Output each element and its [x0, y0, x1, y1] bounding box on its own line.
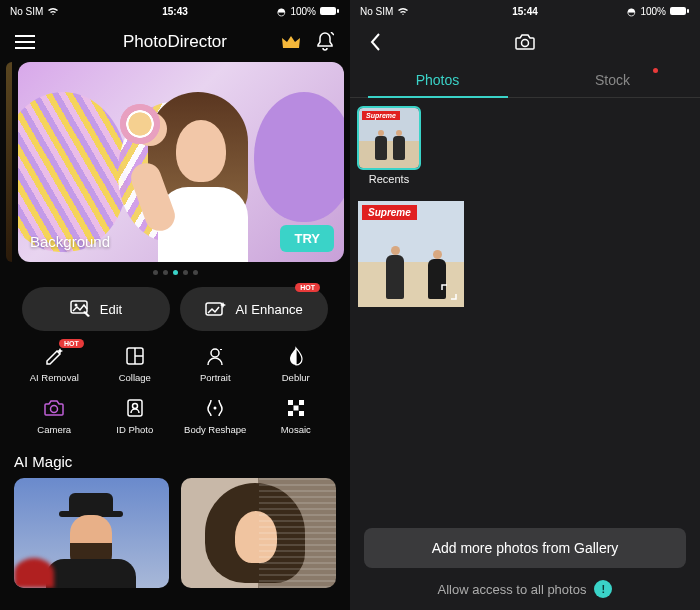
collage-icon — [124, 345, 146, 367]
pagination-dot[interactable] — [153, 270, 158, 275]
pagination-dot[interactable] — [163, 270, 168, 275]
tool-label: Portrait — [200, 372, 231, 383]
tool-label: ID Photo — [116, 424, 153, 435]
notifications-icon[interactable] — [314, 31, 336, 53]
tool-label: Deblur — [282, 372, 310, 383]
decorative-egg-icon — [254, 92, 344, 222]
hot-badge: HOT — [59, 339, 84, 348]
model-photo — [138, 92, 258, 257]
tool-label: Camera — [37, 424, 71, 435]
hero-card-background[interactable]: Background TRY — [18, 62, 344, 262]
allow-access-link[interactable]: Allow access to all photos ! — [350, 580, 700, 598]
edit-image-icon — [70, 300, 92, 318]
tool-label: Collage — [119, 372, 151, 383]
camera-icon — [43, 397, 65, 419]
decorative-egg-icon — [18, 92, 128, 252]
ai-magic-card[interactable] — [14, 478, 169, 588]
idphoto-icon — [124, 397, 146, 419]
tool-deblur[interactable]: Deblur — [256, 345, 337, 383]
edit-button[interactable]: Edit — [22, 287, 170, 331]
tab-photos[interactable]: Photos — [350, 62, 525, 97]
clock-text: 15:43 — [0, 6, 350, 17]
album-item[interactable]: SupremeRecents — [358, 108, 420, 185]
picker-tabs: Photos Stock — [350, 62, 700, 98]
section-title-ai-magic: AI Magic — [0, 441, 350, 478]
clock-text: 15:44 — [350, 6, 700, 17]
photo-picker-screen: No SIM 15:44 ◓ 100% Photos — [350, 0, 700, 610]
picker-header — [350, 22, 700, 62]
new-dot-icon — [653, 68, 658, 73]
svg-point-10 — [51, 406, 58, 413]
pagination-dot[interactable] — [193, 270, 198, 275]
svg-point-9 — [211, 349, 219, 357]
menu-icon[interactable] — [14, 31, 36, 53]
allow-label: Allow access to all photos — [438, 582, 587, 597]
app-home-screen: No SIM 15:43 ◓ 100% PhotoDirector — [0, 0, 350, 610]
sparkle-image-icon — [205, 300, 227, 318]
ai-enhance-button[interactable]: AI Enhance HOT — [180, 287, 328, 331]
svg-point-12 — [132, 404, 137, 409]
app-header: PhotoDirector — [0, 22, 350, 62]
deblur-icon — [285, 345, 307, 367]
edit-label: Edit — [100, 302, 122, 317]
svg-point-21 — [522, 40, 529, 47]
tab-stock[interactable]: Stock — [525, 62, 700, 97]
brand-badge: Supreme — [362, 111, 400, 120]
svg-point-13 — [214, 407, 217, 410]
add-from-gallery-button[interactable]: Add more photos from Gallery — [364, 528, 686, 568]
removal-icon — [43, 345, 65, 367]
hero-label: Background — [30, 233, 110, 250]
pagination-dot[interactable] — [173, 270, 178, 275]
tool-label: Mosaic — [281, 424, 311, 435]
svg-rect-15 — [299, 400, 304, 405]
hero-pagination[interactable] — [0, 270, 350, 275]
alert-badge-icon: ! — [594, 580, 612, 598]
svg-rect-17 — [288, 411, 293, 416]
album-thumb: Supreme — [359, 108, 419, 168]
album-label: Recents — [369, 173, 409, 185]
tool-label: Body Reshape — [184, 424, 246, 435]
reshape-icon — [204, 397, 226, 419]
tool-collage[interactable]: Collage — [95, 345, 176, 383]
svg-line-2 — [331, 32, 334, 35]
mosaic-icon — [285, 397, 307, 419]
svg-rect-18 — [299, 411, 304, 416]
tool-camera[interactable]: Camera — [14, 397, 95, 435]
svg-rect-14 — [288, 400, 293, 405]
try-button[interactable]: TRY — [280, 225, 334, 252]
pagination-dot[interactable] — [183, 270, 188, 275]
tool-idphoto[interactable]: ID Photo — [95, 397, 176, 435]
tool-portrait[interactable]: Portrait — [175, 345, 256, 383]
hero-prev-peek[interactable] — [6, 62, 12, 262]
tab-label: Photos — [416, 72, 460, 88]
camera-icon[interactable] — [514, 31, 536, 53]
hot-badge: HOT — [295, 283, 320, 292]
expand-icon[interactable] — [440, 283, 458, 301]
brand-badge: Supreme — [362, 205, 417, 220]
status-bar: No SIM 15:43 ◓ 100% — [0, 0, 350, 22]
portrait-icon — [204, 345, 226, 367]
tab-label: Stock — [595, 72, 630, 88]
tool-removal[interactable]: AI RemovalHOT — [14, 345, 95, 383]
tool-mosaic[interactable]: Mosaic — [256, 397, 337, 435]
premium-crown-icon[interactable] — [280, 31, 302, 53]
status-bar: No SIM 15:44 ◓ 100% — [350, 0, 700, 22]
ai-magic-card[interactable] — [181, 478, 336, 588]
tool-reshape[interactable]: Body Reshape — [175, 397, 256, 435]
svg-rect-16 — [293, 406, 298, 411]
tool-label: AI Removal — [30, 372, 79, 383]
enhance-label: AI Enhance — [235, 302, 302, 317]
photo-item[interactable]: Supreme — [358, 201, 464, 307]
